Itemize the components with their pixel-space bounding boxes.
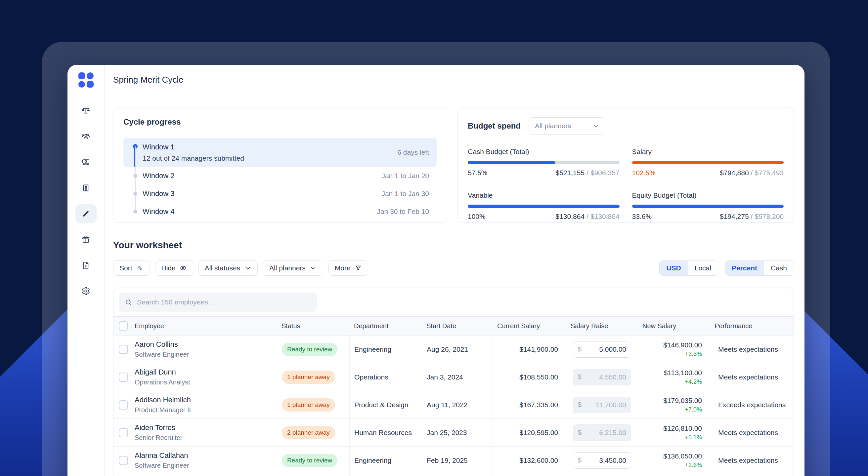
sidebar-item-rewards[interactable]: [75, 230, 97, 249]
progress-bar-fill: [632, 161, 784, 164]
start-date-cell: Aug 26, 2021: [422, 336, 493, 363]
sidebar-item-worksheet[interactable]: [75, 204, 97, 223]
toggle-cash[interactable]: Cash: [764, 261, 794, 275]
raise-percent: +2.6%: [685, 462, 702, 469]
row-checkbox[interactable]: [119, 428, 128, 437]
salary-raise-input: [589, 401, 626, 409]
salary-raise-field[interactable]: $: [573, 341, 631, 358]
timeline-window[interactable]: Window 4 Jan 30 to Feb 10: [123, 203, 437, 220]
column-header: New Salary: [638, 322, 710, 330]
table-row: Alanna CallahanSoftware Engineer Ready t…: [114, 447, 794, 474]
timeline-window-active[interactable]: Window 1 12 out of 24 managers submitted…: [123, 138, 437, 167]
employee-search[interactable]: [119, 293, 317, 312]
summary-cards: Cycle progress Window 1 12 out of 24 man…: [113, 107, 794, 223]
timeline-dot-icon: [133, 192, 137, 196]
salary-raise-field[interactable]: $: [573, 452, 631, 469]
logo-circle-icon: [79, 81, 85, 88]
current-salary-cell: $108,550.00: [493, 363, 566, 391]
page-content: Cycle progress Window 1 12 out of 24 man…: [104, 95, 805, 476]
budget-percent: 33.6%: [632, 212, 652, 220]
sidebar-item-reports[interactable]: [75, 256, 97, 275]
progress-bar-track: [632, 161, 784, 164]
chevron-down-icon: [310, 265, 317, 272]
start-date-cell: Jan 25, 2023: [422, 419, 493, 446]
logo-square-icon: [87, 81, 94, 88]
raise-percent: +4.2%: [685, 378, 702, 385]
timeline-dot-icon: [133, 174, 137, 178]
table-row: Addison HeimlichProduct Manager II 1 pla…: [114, 391, 794, 419]
sidebar-item-settings[interactable]: [75, 281, 97, 301]
app-window: Spring Merit Cycle Cycle progress Window…: [67, 65, 805, 476]
chevron-down-icon: [592, 123, 599, 129]
column-header: Employee: [135, 322, 164, 330]
app-logo[interactable]: [79, 72, 94, 88]
progress-bar-track: [632, 205, 784, 208]
sort-button[interactable]: Sort: [113, 261, 150, 276]
page-title: Spring Merit Cycle: [113, 75, 183, 85]
sidebar-item-pay[interactable]: [75, 152, 97, 172]
employee-role: Software Engineer: [135, 351, 189, 358]
sidebar-item-people[interactable]: [75, 127, 97, 146]
row-checkbox[interactable]: [119, 456, 128, 465]
gift-icon: [82, 235, 90, 244]
hide-button[interactable]: Hide: [155, 261, 193, 276]
toggle-percent[interactable]: Percent: [725, 261, 764, 275]
funnel-icon: [354, 265, 362, 272]
sidebar-nav: [75, 101, 97, 301]
employee-role: Operations Analyst: [135, 378, 190, 386]
planner-filter-button[interactable]: All planners: [263, 261, 323, 276]
row-checkbox[interactable]: [119, 373, 128, 382]
progress-bar-track: [468, 205, 620, 208]
progress-bar-fill: [632, 205, 784, 208]
column-header: Status: [277, 322, 349, 330]
department-cell: Engineering: [349, 447, 422, 474]
timeline-window-meta: Jan 30 to Feb 10: [377, 208, 429, 215]
sidebar-item-org[interactable]: [75, 178, 97, 197]
status-filter-button[interactable]: All statuses: [198, 261, 258, 276]
performance-cell: Meets expectations: [710, 336, 794, 363]
employee-name: Aaron Collins: [135, 340, 189, 349]
budget-spend-card: Budget spend All planners Cash Budget (T…: [458, 107, 794, 223]
new-salary-value: $113,100.00: [664, 369, 702, 377]
timeline-window-meta: Jan 1 to Jan 30: [381, 190, 429, 198]
toggle-local[interactable]: Local: [688, 261, 718, 275]
timeline-dot-icon: [133, 210, 137, 213]
team-icon: [82, 132, 90, 141]
timeline-window-label: Window 4: [143, 207, 175, 216]
raise-percent: +3.5%: [685, 351, 702, 358]
employee-role: Product Manager II: [135, 406, 191, 414]
timeline-window-detail: 12 out of 24 managers submitted: [143, 155, 429, 162]
cycle-timeline: Window 1 12 out of 24 managers submitted…: [123, 138, 437, 220]
page-header: Spring Merit Cycle: [104, 65, 805, 95]
employee-name: Abigail Dunn: [135, 368, 190, 376]
toggle-usd[interactable]: USD: [660, 261, 687, 275]
employee-table: Employee Status Department Start Date Cu…: [113, 287, 794, 476]
logo-circle-icon: [87, 72, 94, 79]
raise-percent: +7.0%: [685, 406, 702, 413]
row-checkbox[interactable]: [119, 400, 128, 410]
search-input[interactable]: [137, 298, 311, 306]
planner-filter-value: All planners: [535, 122, 571, 130]
salary-raise-field: $: [573, 369, 631, 385]
timeline-window[interactable]: Window 2 Jan 1 to Jan 20: [123, 167, 437, 185]
department-cell: Engineering: [349, 336, 422, 363]
planner-filter-dropdown[interactable]: All planners: [529, 117, 606, 135]
select-all-checkbox[interactable]: [119, 321, 128, 331]
budget-amounts: $130,864/$130,864: [555, 212, 619, 220]
table-row: Abigail DunnOperations Analyst 1 planner…: [114, 363, 794, 391]
table-row: Aiden TorresSenior Recruiter 2 planner a…: [114, 419, 794, 447]
salary-raise-input[interactable]: [589, 456, 626, 465]
eye-off-icon: [180, 265, 187, 272]
current-salary-cell: $120,595.00: [493, 419, 566, 446]
salary-raise-field: $: [573, 424, 631, 441]
performance-cell: [710, 474, 794, 476]
timeline-window[interactable]: Window 3 Jan 1 to Jan 30: [123, 185, 437, 203]
budget-percent: 100%: [468, 212, 486, 220]
file-plus-icon: [82, 261, 90, 270]
sidebar-item-compensation[interactable]: [75, 101, 97, 120]
more-filters-button[interactable]: More: [329, 261, 368, 276]
row-checkbox[interactable]: [119, 345, 128, 354]
salary-raise-input: [589, 429, 626, 437]
column-header: Current Salary: [493, 322, 566, 330]
salary-raise-input[interactable]: [589, 345, 626, 353]
